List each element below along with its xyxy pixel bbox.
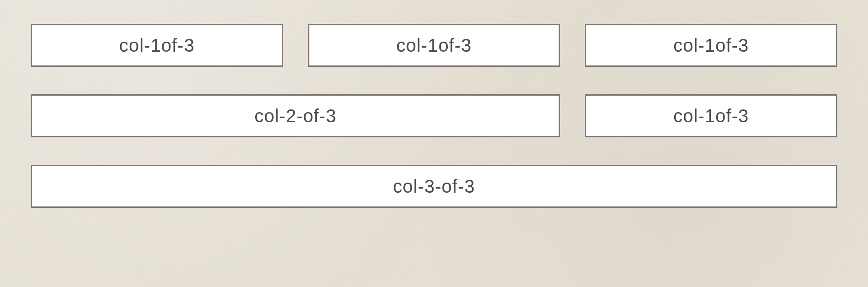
grid-cell-1of3: col-1of-3 [585, 24, 837, 67]
cell-label: col-1of-3 [119, 35, 195, 56]
grid-cell-1of3: col-1of-3 [585, 94, 837, 137]
cell-label: col-1of-3 [396, 35, 472, 56]
grid-row-3: col-3-of-3 [31, 165, 837, 208]
grid-row-2: col-2-of-3 col-1of-3 [31, 94, 837, 137]
cell-label: col-3-of-3 [393, 176, 475, 197]
grid-row-1: col-1of-3 col-1of-3 col-1of-3 [31, 24, 837, 67]
grid-demo-container: col-1of-3 col-1of-3 col-1of-3 col-2-of-3… [31, 24, 837, 208]
grid-cell-2of3: col-2-of-3 [31, 94, 560, 137]
cell-label: col-2-of-3 [254, 106, 336, 126]
cell-label: col-1of-3 [673, 106, 749, 126]
grid-cell-1of3: col-1of-3 [308, 24, 560, 67]
grid-cell-1of3: col-1of-3 [31, 24, 283, 67]
cell-label: col-1of-3 [673, 35, 749, 56]
grid-cell-3of3: col-3-of-3 [31, 165, 837, 208]
